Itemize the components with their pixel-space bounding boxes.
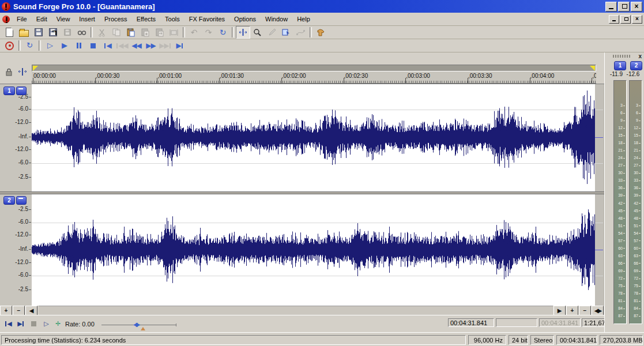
status-sample-rate[interactable]: 96,000 Hz	[468, 335, 506, 345]
forward-button[interactable]: ▶▶	[144, 39, 158, 52]
save-all-button	[60, 26, 74, 39]
go-to-start-button[interactable]: ◀	[100, 39, 115, 52]
save-button[interactable]	[31, 26, 46, 39]
menu-item-options[interactable]: Options	[229, 14, 261, 24]
meter-scale-label: 15	[613, 133, 625, 137]
scroll-right-button[interactable]: ▶	[553, 306, 566, 315]
play-button[interactable]: ▶	[57, 39, 71, 52]
stop-button[interactable]	[86, 39, 100, 52]
playbar-go-to-start-button[interactable]: ◀	[2, 319, 14, 329]
zoom-out-time-button[interactable]: −	[579, 306, 591, 315]
save-as-button[interactable]: ?	[46, 26, 60, 39]
menu-item-edit[interactable]: Edit	[32, 14, 52, 24]
menu-item-process[interactable]: Process	[100, 14, 132, 24]
meter-scale-label: 42	[613, 201, 625, 205]
go-to-end-button[interactable]: ▶	[172, 39, 187, 52]
meter-peak-1[interactable]: -11.9	[608, 71, 625, 77]
mix-button	[152, 26, 167, 39]
pause-button[interactable]	[71, 39, 86, 52]
channel-2-badge[interactable]: 2	[3, 196, 15, 205]
doc-restore-button[interactable]	[620, 15, 631, 24]
lock-icon[interactable]	[5, 68, 13, 76]
zoom-out-vertical-button[interactable]: −	[13, 306, 25, 315]
meter-peak-2[interactable]: -12.6	[624, 71, 642, 77]
minimize-button[interactable]	[605, 2, 617, 12]
selection-end-display[interactable]: 00:04:31.841	[539, 318, 581, 327]
channel-2-minimize-button[interactable]	[16, 196, 27, 205]
close-button[interactable]: ×	[631, 2, 642, 12]
rewind-button[interactable]: ◀◀	[129, 39, 144, 52]
meter-scale-label: 60	[613, 246, 625, 250]
copy-icon	[112, 28, 120, 36]
paste-button[interactable]	[123, 26, 138, 39]
play-icon: ▶	[62, 42, 67, 49]
magnify-tool-button[interactable]	[250, 26, 265, 39]
cursor-position-display[interactable]: 00:04:31.841	[448, 318, 494, 327]
rate-slider[interactable]: ◀▶	[101, 325, 176, 325]
rate-slider-handle[interactable]: ◀▶	[133, 321, 138, 328]
meter-scale-label: 15	[629, 133, 641, 137]
waveform-channel-1[interactable]	[32, 84, 595, 191]
channel-1-minimize-button[interactable]	[16, 86, 27, 95]
playbar-stop-button[interactable]	[28, 319, 39, 329]
cursor-end-marker[interactable]	[590, 66, 595, 71]
menu-item-fx-favorites[interactable]: FX Favorites	[184, 14, 229, 24]
new-button[interactable]	[2, 26, 17, 39]
menu-item-tools[interactable]: Tools	[160, 14, 184, 24]
record-button[interactable]	[2, 39, 17, 52]
doc-close-button[interactable]: ×	[632, 15, 642, 24]
time-ruler[interactable]: 00:00:00,00:00:30,00:01:00,00:01:30,00:0…	[32, 72, 596, 84]
status-bit-depth[interactable]: 24 bit	[509, 335, 528, 345]
waveform-channel-2[interactable]	[32, 194, 595, 306]
pencil-tool-button	[265, 26, 279, 39]
status-channel-mode[interactable]: Stereo	[530, 335, 554, 345]
workspace-button[interactable]	[74, 26, 89, 39]
zoom-in-time-button[interactable]: +	[566, 306, 578, 315]
whats-this-help-button[interactable]	[314, 26, 328, 39]
menu-item-effects[interactable]: Effects	[132, 14, 160, 24]
zoom-selection-button[interactable]: ◀▶	[592, 306, 604, 315]
playbar-scrub-button[interactable]: ✛	[52, 319, 63, 329]
paste-icon	[127, 28, 135, 37]
menu-item-view[interactable]: View	[52, 14, 75, 24]
edit-tool-button[interactable]	[236, 26, 250, 39]
play-all-button[interactable]: ▷	[43, 39, 57, 52]
menu-item-window[interactable]: Window	[261, 14, 292, 24]
loop-start-marker[interactable]	[33, 66, 38, 71]
go-to-end-icon: ▶	[176, 42, 183, 49]
pencil-tool-icon	[268, 28, 276, 36]
meter-scale-label: 33	[613, 178, 625, 182]
ruler-label: ,00:00:30	[96, 73, 120, 79]
meter-bar-2[interactable]: 3691215182124273033363942454851545760636…	[629, 80, 642, 324]
menu-item-help[interactable]: Help	[292, 14, 315, 24]
meter-scale-label: 3	[629, 103, 641, 107]
status-length[interactable]: 00:04:31.841	[556, 335, 597, 345]
meter-scale-label: 45	[613, 209, 625, 213]
channel-separator[interactable]	[0, 191, 604, 194]
open-button[interactable]	[17, 26, 31, 39]
restore-button[interactable]	[618, 2, 630, 12]
menu-item-insert[interactable]: Insert	[74, 14, 100, 24]
sound-forge-app-icon[interactable]	[2, 2, 10, 11]
db-scale-label: -12.0	[15, 259, 28, 265]
event-tool-button[interactable]	[279, 26, 293, 39]
meter-bar-1[interactable]: 3691215182124273033363942454851545760636…	[613, 80, 627, 324]
meter-panel-grip[interactable]	[613, 55, 630, 58]
playbar-play-normal-button[interactable]: ▷	[40, 319, 52, 329]
edit-tool-small-icon[interactable]	[18, 67, 27, 76]
scroll-left-button[interactable]: ◀	[25, 306, 37, 315]
scrollbar-track[interactable]	[39, 306, 553, 315]
loop-region-bar[interactable]	[32, 65, 596, 72]
loop-playback-button[interactable]: ↻	[22, 39, 37, 52]
channel-1-badge[interactable]: 1	[3, 86, 15, 95]
meter-panel-close-icon[interactable]: x	[638, 53, 642, 59]
undo-icon: ↶	[191, 28, 198, 36]
zoom-in-vertical-button[interactable]: +	[0, 306, 12, 315]
repeat-button[interactable]: ↻	[216, 26, 230, 39]
document-icon[interactable]	[2, 16, 10, 23]
selection-start-display[interactable]	[496, 318, 537, 327]
playbar-go-to-end-button[interactable]: ▶	[15, 319, 27, 329]
doc-minimize-button[interactable]	[609, 15, 619, 24]
meter-scale-label: 33	[629, 178, 641, 182]
menu-item-file[interactable]: File	[12, 14, 32, 24]
